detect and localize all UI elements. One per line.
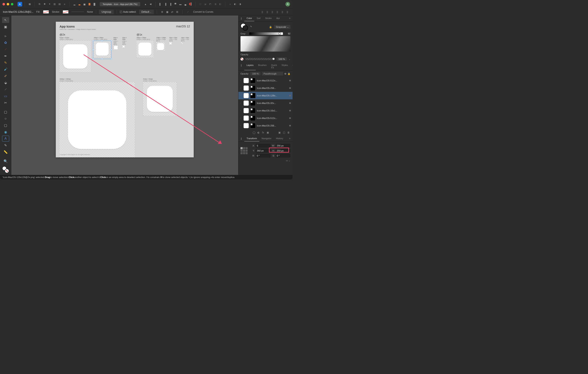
ctx-align-3-icon[interactable]: ▯ — [270, 10, 274, 14]
toolbar-arrange-back-icon[interactable]: ▂ — [72, 2, 77, 7]
toolbar-align-top-icon[interactable]: ▀ — [173, 2, 178, 7]
toolbar-insert3-icon[interactable]: ◑ — [238, 2, 242, 7]
toolbar-bool-int-icon[interactable]: ◩ — [208, 2, 212, 7]
tab-color[interactable]: Color — [244, 15, 254, 21]
toolbar-grid-icon[interactable]: ▦ — [27, 2, 32, 7]
transform-hide-icon[interactable]: ⊞ — [175, 10, 179, 14]
transform-origin-icon[interactable]: ⊕ — [160, 10, 164, 14]
panel-handle-icon[interactable]: ‖ — [238, 62, 244, 70]
x-input[interactable]: 5 — [256, 144, 271, 148]
marquee-tool[interactable]: ▣ — [2, 24, 9, 30]
tab-transform[interactable]: Transform — [244, 136, 259, 142]
autoselect-mode-dropdown[interactable]: Default ⌄ — [139, 10, 154, 14]
tab-stroke[interactable]: Stroke — [263, 15, 274, 21]
ctx-align-1-icon[interactable]: ▯ — [260, 10, 264, 14]
ctx-align-2-icon[interactable]: ▯ — [265, 10, 270, 14]
layer-row[interactable]: ›Icon-MacOS-512x... — [238, 77, 293, 84]
layer-expand-icon[interactable]: › — [240, 87, 242, 89]
crop-tool[interactable]: ✂ — [2, 100, 9, 106]
layer-fx-icon[interactable]: fx — [261, 131, 265, 134]
layer-visibility-dot[interactable] — [289, 87, 291, 89]
move-tool[interactable]: ↖ — [2, 17, 9, 23]
layer-expand-icon[interactable]: › — [240, 117, 242, 119]
ctx-align-6-icon[interactable]: ▯ — [285, 10, 290, 14]
toolbar-prefs-icon[interactable]: ✺ — [42, 2, 47, 7]
s-input[interactable]: 0 ° — [276, 154, 291, 158]
zoom-tool[interactable]: 🔍 — [2, 158, 9, 164]
opacity-slider[interactable] — [245, 58, 275, 60]
toolbar-arrange-backone-icon[interactable]: ▃ — [77, 2, 82, 7]
layer-delete-icon[interactable]: 🗑 — [287, 131, 290, 134]
layer-visibility-dot[interactable] — [289, 95, 291, 96]
autoselect-toggle[interactable]: ✓ Auto-select: — [120, 10, 136, 13]
artboard-1024-2x[interactable] — [60, 82, 135, 157]
opacity-dropdown-icon[interactable]: ⌄ — [289, 58, 290, 61]
fill-tool[interactable]: ⬙ — [2, 80, 9, 86]
document-tab[interactable]: Template - Icon - App.psd (66.7%) — [100, 2, 140, 6]
toolbar-insert2-icon[interactable]: ◐ — [233, 2, 237, 7]
color-well-stack[interactable] — [241, 23, 248, 31]
toolbar-snapping-icon[interactable]: 🧲 — [188, 2, 193, 7]
artboard-256-1x[interactable] — [137, 41, 153, 57]
toolbar-grid2-icon[interactable]: ▥ — [52, 2, 57, 7]
layer-expand-icon[interactable]: › — [240, 95, 242, 97]
ellipse-tool[interactable]: ○ — [2, 116, 9, 121]
color-mode-dropdown[interactable]: Grayscale ⌄ — [274, 25, 290, 29]
r-input[interactable]: 0 ° — [256, 154, 271, 158]
toolbar-insert-icon[interactable]: ○ — [228, 2, 232, 7]
tab-layers[interactable]: Layers — [244, 62, 256, 70]
layer-visibility-dot[interactable] — [289, 102, 291, 104]
rounded-rect-tool[interactable]: ▢ — [2, 122, 9, 128]
toolbar-align-bot-icon[interactable]: ▄ — [183, 2, 188, 7]
layer-crop-icon[interactable]: ▣ — [266, 131, 270, 134]
layer-expand-icon[interactable]: › — [240, 125, 242, 127]
panel-handle-icon[interactable]: ‖ — [238, 15, 244, 21]
layer-settings-icon[interactable]: ✿ — [284, 72, 286, 75]
layer-opacity-value[interactable]: 100 % — [250, 72, 261, 75]
opacity-none-icon[interactable] — [241, 58, 243, 61]
opacity-value[interactable]: 100 % — [276, 57, 287, 61]
toolbar-assets-icon[interactable]: ⧉ — [37, 2, 42, 7]
layer-row[interactable]: ›Icon-MacOS-256... — [238, 84, 293, 92]
shape-tool[interactable]: ◉ — [2, 129, 9, 135]
toolbar-align-right-icon[interactable]: ▐ — [168, 2, 173, 7]
layer-expand-icon[interactable]: › — [240, 80, 242, 81]
stroke-width-slider[interactable] — [72, 12, 84, 12]
text-tool[interactable]: A — [2, 136, 9, 142]
layer-group-icon[interactable]: ▣ — [277, 131, 281, 134]
layer-visibility-dot[interactable] — [289, 117, 291, 119]
toolbar-align-mid-icon[interactable]: ▬ — [178, 2, 183, 7]
persona-icon[interactable] — [285, 2, 290, 7]
transparency-tool[interactable]: ⟋ — [2, 86, 9, 92]
color-wells[interactable] — [2, 166, 9, 173]
gear-tool[interactable]: ✿ — [2, 40, 9, 45]
gray-slider[interactable] — [249, 32, 283, 35]
close-button[interactable] — [2, 3, 5, 5]
transform-box-icon[interactable]: ▣ — [165, 10, 169, 14]
color-panel-menu-icon[interactable]: ≡ — [287, 15, 293, 21]
panel-handle-icon[interactable]: ‖ — [238, 136, 244, 142]
layer-expand-icon[interactable]: › — [240, 110, 242, 112]
artboard-32-2x[interactable] — [122, 45, 125, 48]
w-input[interactable]: 256 px — [276, 144, 291, 148]
layer-add-icon[interactable]: ▢ — [282, 131, 286, 134]
gray-value[interactable]: 92 — [284, 32, 290, 35]
measure-tool[interactable]: 📏 — [2, 149, 9, 155]
artboard-64-2x[interactable] — [114, 45, 118, 50]
layer-expand-icon[interactable]: › — [240, 102, 242, 104]
layer-lock-icon[interactable]: 🔒 — [287, 72, 290, 75]
minimize-button[interactable] — [7, 3, 9, 5]
transform-panel-menu-icon[interactable]: ≡ — [287, 136, 293, 142]
artboard-16-1x[interactable] — [181, 42, 183, 44]
layer-mask-icon[interactable]: ◯ — [252, 131, 256, 134]
toolbar-guides-icon[interactable]: ▤ — [57, 2, 62, 7]
ctx-align-4-icon[interactable]: ▯ — [275, 10, 280, 14]
toolbar-fliph-icon[interactable]: ▲ — [143, 2, 148, 7]
eyedropper-tool[interactable]: ✎ — [2, 142, 9, 148]
node-tool[interactable]: ▹ — [2, 33, 9, 39]
corner-tool[interactable]: ⟋ — [2, 46, 9, 52]
layers-panel-menu-icon[interactable]: ≡ — [290, 62, 293, 70]
toolbar-arrange-front-icon[interactable]: ▇ — [87, 2, 92, 7]
blend-mode-dropdown[interactable]: Passthrough — [262, 72, 283, 76]
layer-visibility-dot[interactable] — [289, 110, 291, 111]
